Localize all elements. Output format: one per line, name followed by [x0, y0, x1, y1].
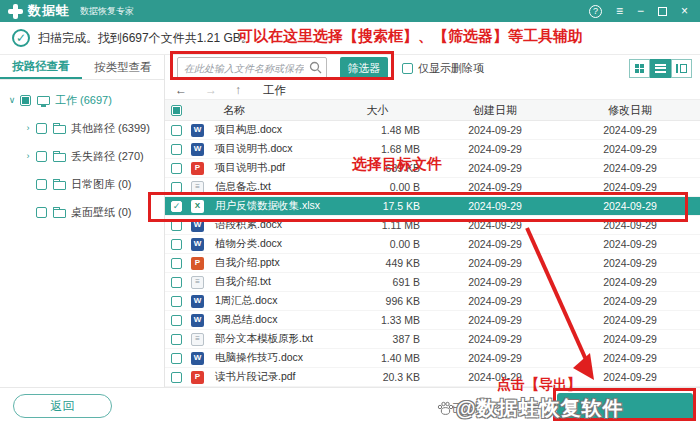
file-type-icon-txt: ≡: [191, 181, 204, 194]
sidebar-node-daily-gallery[interactable]: 日常图库 (0): [0, 170, 164, 198]
row-checkbox[interactable]: [171, 201, 182, 212]
column-header-modified[interactable]: 修改日期: [560, 103, 700, 118]
list-view-button[interactable]: [650, 59, 671, 78]
caret-expanded-icon[interactable]: ∨: [6, 95, 18, 105]
folder-icon: [53, 153, 66, 162]
up-arrow-icon[interactable]: ↑: [235, 83, 241, 97]
caret-collapsed-icon[interactable]: ›: [22, 123, 34, 133]
scan-status-text: 扫描完成。找到6697个文件共1.21 GB。: [38, 30, 253, 47]
file-row[interactable]: W3周总结.docx1.33 MB2024-09-292024-09-29: [165, 311, 700, 330]
row-checkbox[interactable]: [171, 182, 182, 193]
file-modified-date: 2024-09-29: [560, 181, 700, 193]
sidebar-node-desktop-wallpaper[interactable]: 桌面壁纸 (0): [0, 198, 164, 226]
file-name: 项目说明书.docx: [211, 142, 325, 156]
menu-icon[interactable]: ≡: [616, 5, 623, 17]
column-header-created[interactable]: 创建日期: [430, 103, 560, 118]
file-modified-date: 2024-09-29: [560, 276, 700, 288]
help-icon[interactable]: ?: [589, 5, 602, 18]
folder-icon: [53, 125, 66, 134]
row-checkbox[interactable]: [171, 144, 182, 155]
file-row[interactable]: ≡自我介绍.txt691 B2024-09-292024-09-29: [165, 273, 700, 292]
file-row[interactable]: W语段积累.docx1.11 MB2024-09-292024-09-29: [165, 216, 700, 235]
maximize-icon[interactable]: [658, 7, 667, 16]
file-row[interactable]: W1周汇总.docx996 KB2024-09-292024-09-29: [165, 292, 700, 311]
sidebar-node-lost-paths[interactable]: ›丢失路径 (270): [0, 142, 164, 170]
file-row[interactable]: ≡信息备忘.txt0.00 B2024-09-292024-09-29: [165, 178, 700, 197]
file-size: 20.3 KB: [325, 371, 430, 383]
forward-arrow-icon[interactable]: →: [205, 83, 217, 97]
file-name: 自我介绍.txt: [211, 275, 325, 289]
close-icon[interactable]: ×: [681, 5, 688, 17]
row-checkbox[interactable]: [171, 334, 182, 345]
node-checkbox[interactable]: [36, 207, 47, 218]
file-type-icon-docx: W: [191, 124, 204, 137]
node-checkbox[interactable]: [36, 123, 47, 134]
sidebar-node-work[interactable]: ∨工作 (6697): [0, 86, 164, 114]
row-checkbox[interactable]: [171, 125, 182, 136]
file-row[interactable]: P自我介绍.pptx449 KB2024-09-292024-09-29: [165, 254, 700, 273]
search-input[interactable]: [177, 57, 327, 79]
file-size: 1.48 MB: [325, 124, 430, 136]
folder-icon: [53, 209, 66, 218]
minimize-icon[interactable]: −: [637, 5, 644, 17]
back-arrow-icon[interactable]: ←: [175, 83, 187, 97]
file-modified-date: 2024-09-29: [560, 371, 700, 383]
export-button[interactable]: [557, 393, 693, 421]
grid-view-button[interactable]: [629, 59, 650, 78]
row-checkbox[interactable]: [171, 315, 182, 326]
tab-view-by-type[interactable]: 按类型查看: [82, 55, 164, 79]
node-checkbox[interactable]: [36, 151, 47, 162]
sidebar-tabs: 按路径查看 按类型查看: [0, 55, 164, 80]
row-checkbox[interactable]: [171, 353, 182, 364]
file-name: 电脑操作技巧.docx: [211, 351, 325, 365]
sidebar-node-other-paths[interactable]: ›其他路径 (6399): [0, 114, 164, 142]
row-checkbox[interactable]: [171, 296, 182, 307]
row-checkbox[interactable]: [171, 239, 182, 250]
file-row[interactable]: P读书片段记录.pdf20.3 KB2024-09-292024-09-29: [165, 368, 700, 387]
row-checkbox[interactable]: [171, 372, 182, 383]
file-type-icon-docx: W: [191, 295, 204, 308]
file-type-icon-xlsx: X: [191, 200, 204, 213]
file-modified-date: 2024-09-29: [560, 200, 700, 212]
return-button[interactable]: 返回: [13, 394, 112, 418]
file-created-date: 2024-09-29: [430, 314, 560, 326]
search-icon: [309, 61, 322, 74]
list-view-icon: [655, 64, 666, 73]
file-name: 信息备忘.txt: [211, 180, 325, 194]
app-subtitle: 数据恢复专家: [80, 5, 134, 18]
select-all-checkbox[interactable]: [171, 105, 182, 116]
node-checkbox[interactable]: [20, 95, 31, 106]
footer-bar: 返回 已选择 1个项: [0, 387, 700, 425]
column-header-name[interactable]: 名称: [191, 103, 325, 118]
filter-button[interactable]: 筛选器: [340, 57, 388, 79]
node-label: 其他路径 (6399): [71, 121, 150, 136]
file-modified-date: 2024-09-29: [560, 162, 700, 174]
row-checkbox[interactable]: [171, 220, 182, 231]
file-name: 项目说明书.pdf: [211, 161, 325, 175]
tab-view-by-path[interactable]: 按路径查看: [0, 55, 82, 79]
row-checkbox[interactable]: [171, 277, 182, 288]
file-name: 项目构思.docx: [211, 123, 325, 137]
deleted-only-checkbox[interactable]: [402, 63, 413, 74]
node-checkbox[interactable]: [36, 179, 47, 190]
file-created-date: 2024-09-29: [430, 352, 560, 364]
toolbar: 筛选器 仅显示删除项: [165, 55, 700, 81]
file-name: 读书片段记录.pdf: [211, 370, 325, 384]
file-row[interactable]: W植物分类.docx0.00 B2024-09-292024-09-29: [165, 235, 700, 254]
scan-complete-icon: ✓: [12, 29, 30, 47]
file-row[interactable]: W项目构思.docx1.48 MB2024-09-292024-09-29: [165, 121, 700, 140]
file-row[interactable]: X用户反馈数据收集.xlsx17.5 KB2024-09-292024-09-2…: [165, 197, 700, 216]
deleted-only-label: 仅显示删除项: [418, 61, 484, 76]
row-checkbox[interactable]: [171, 163, 182, 174]
file-row[interactable]: ≡部分文本模板原形.txt387 B2024-09-292024-09-29: [165, 330, 700, 349]
sidebar: 按路径查看 按类型查看 ∨工作 (6697)›其他路径 (6399)›丢失路径 …: [0, 55, 165, 387]
caret-collapsed-icon[interactable]: ›: [22, 151, 34, 161]
file-row[interactable]: W电脑操作技巧.docx1.40 MB2024-09-292024-09-29: [165, 349, 700, 368]
column-header-size[interactable]: 大小: [325, 103, 430, 118]
file-modified-date: 2024-09-29: [560, 238, 700, 250]
file-created-date: 2024-09-29: [430, 181, 560, 193]
preview-view-button[interactable]: [671, 59, 692, 78]
file-modified-date: 2024-09-29: [560, 295, 700, 307]
row-checkbox[interactable]: [171, 258, 182, 269]
file-created-date: 2024-09-29: [430, 238, 560, 250]
